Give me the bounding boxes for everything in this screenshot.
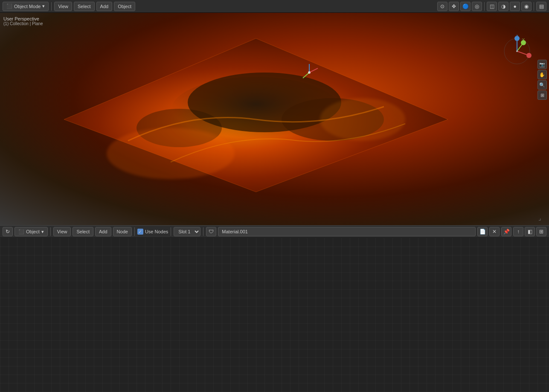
svg-text:Z: Z <box>516 34 518 38</box>
node-toolbar: ↻ ⬛ Object ▾ View Select Add Node ✓ Use … <box>0 225 549 238</box>
chevron-down-icon: ▾ <box>42 3 45 9</box>
snap-icon[interactable]: 🔵 <box>460 2 471 11</box>
sidebar-toggle-icon[interactable]: ◧ <box>525 227 535 236</box>
object-icon: ⬛ <box>18 229 24 235</box>
node-add-menu[interactable]: Add <box>95 227 111 236</box>
use-nodes-container: ✓ Use Nodes <box>137 229 168 235</box>
viewport-shading-4[interactable]: ◉ <box>521 2 532 11</box>
slot-dropdown[interactable]: Slot 1 <box>174 227 200 236</box>
editor-type-icon[interactable]: ▤ <box>536 2 546 11</box>
separator5 <box>134 227 135 236</box>
svg-line-11 <box>309 68 318 73</box>
material-pin-icon[interactable]: 📌 <box>501 227 511 236</box>
use-nodes-label: Use Nodes <box>145 229 168 234</box>
gizmo-svg: Y X Z <box>500 34 534 68</box>
object-menu[interactable]: Object <box>114 2 135 11</box>
viewport-shading-1[interactable]: ◫ <box>487 2 497 11</box>
node-settings-icon[interactable]: ⊞ <box>536 227 546 236</box>
material-new-icon[interactable]: 📄 <box>477 227 488 236</box>
material-protect-icon[interactable]: 🛡 <box>206 227 216 236</box>
separator2 <box>484 2 485 11</box>
separator4 <box>50 227 51 236</box>
viewport-info: User Perspective (1) Collection | Plane <box>3 16 43 26</box>
node-toolbar-right: ↑ ◧ ⊞ <box>513 227 546 236</box>
node-view-menu[interactable]: View <box>53 227 71 236</box>
terrain-svg <box>43 34 469 196</box>
material-unlink-icon[interactable]: ✕ <box>489 227 500 236</box>
separator <box>51 2 52 11</box>
axis-gizmo[interactable]: Y X Z <box>500 34 534 69</box>
perspective-label: User Perspective <box>3 16 43 21</box>
svg-point-14 <box>308 71 311 74</box>
separator3 <box>534 2 534 11</box>
transform-gizmo-svg <box>299 62 320 83</box>
svg-point-10 <box>516 50 518 52</box>
mode-dropdown[interactable]: ⬛ Object Mode ▾ <box>3 2 49 11</box>
camera-icon[interactable]: 📷 <box>537 60 547 69</box>
lava-terrain <box>43 34 469 196</box>
object-label: Object <box>26 229 40 234</box>
zoom-icon[interactable]: 🔍 <box>537 80 547 90</box>
object-dropdown[interactable]: ⬛ Object ▾ <box>15 227 48 236</box>
viewport-right-icons: 📷 ✋ 🔍 ⊞ <box>537 60 547 100</box>
corner-resize-icon: ⌟ <box>538 215 547 223</box>
cube-icon: ⬛ <box>6 3 12 9</box>
node-menu[interactable]: Node <box>113 227 132 236</box>
select-menu-top[interactable]: Select <box>74 2 95 11</box>
proportional-icon[interactable]: ◎ <box>472 2 482 11</box>
top-toolbar: ⬛ Object Mode ▾ View Select Add Object ⊙… <box>0 0 549 13</box>
node-connections <box>0 238 549 392</box>
viewport-shading-3[interactable]: ● <box>510 2 520 11</box>
node-editor: Noise Texture Fac Color 3D Vector Scale … <box>0 238 549 392</box>
svg-text:Y: Y <box>522 38 525 42</box>
viewport-shading-2[interactable]: ◑ <box>498 2 508 11</box>
node-select-menu[interactable]: Select <box>73 227 93 236</box>
add-menu-top[interactable]: Add <box>96 2 113 11</box>
viewport: User Perspective (1) Collection | Plane … <box>0 13 549 225</box>
material-name[interactable]: Material.001 <box>218 227 476 236</box>
overlay-icon[interactable]: ⊙ <box>437 2 447 11</box>
snap-to-node-icon[interactable]: ↑ <box>513 227 523 236</box>
separator7 <box>203 227 203 236</box>
svg-text:X: X <box>528 54 530 58</box>
use-nodes-checkbox[interactable]: ✓ <box>137 229 143 235</box>
node-type-icon[interactable]: ↻ <box>3 227 13 236</box>
separator6 <box>171 227 171 236</box>
transform-gizmo <box>299 62 320 84</box>
gizmo-icon[interactable]: ✥ <box>449 2 459 11</box>
glow-1 <box>107 128 235 179</box>
view-menu[interactable]: View <box>54 2 72 11</box>
mode-label: Object Mode <box>14 4 41 9</box>
hand-icon[interactable]: ✋ <box>537 70 547 79</box>
toolbar-right: ⊙ ✥ 🔵 ◎ ◫ ◑ ● ◉ ▤ <box>437 2 546 11</box>
glow-2 <box>320 98 405 141</box>
collection-label: (1) Collection | Plane <box>3 21 43 26</box>
grid-icon[interactable]: ⊞ <box>537 90 547 100</box>
chevron-down-icon-2: ▾ <box>41 229 44 235</box>
